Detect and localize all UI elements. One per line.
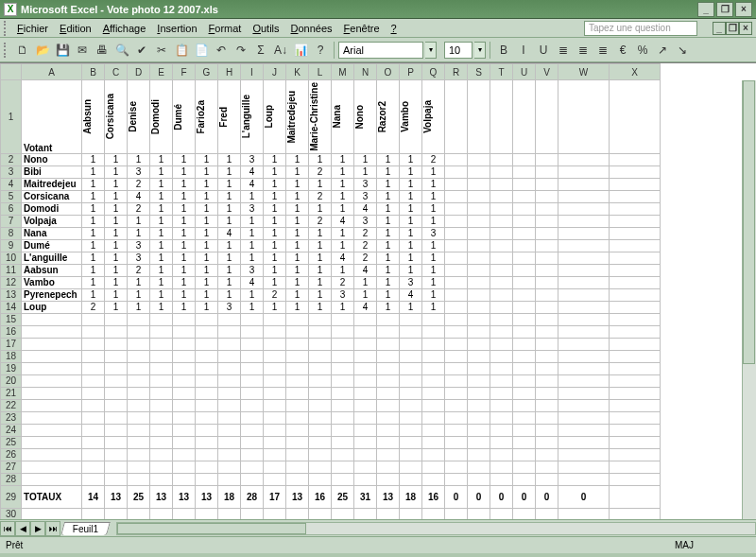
toolbar-style-icon[interactable]: %: [633, 41, 652, 60]
row-header-2[interactable]: 2: [1, 153, 22, 165]
col-header-E[interactable]: E: [150, 64, 173, 80]
maximize-button[interactable]: ❐: [716, 2, 733, 17]
row-header-8[interactable]: 8: [1, 227, 22, 239]
toolbar-style-icon[interactable]: I: [514, 41, 533, 60]
horizontal-scrollbar[interactable]: [116, 522, 756, 535]
font-name-dropdown[interactable]: ▾: [425, 42, 437, 59]
col-header-N[interactable]: N: [354, 64, 377, 80]
row-header-26[interactable]: 26: [1, 448, 22, 461]
row-header-18[interactable]: 18: [1, 350, 22, 362]
font-size-dropdown[interactable]: ▾: [474, 42, 486, 59]
vertical-scrollbar[interactable]: [742, 80, 756, 519]
tab-nav-last[interactable]: ⏭: [45, 521, 60, 536]
toolbar-icon[interactable]: ↷: [232, 41, 250, 60]
toolbar-icon[interactable]: ✂: [152, 41, 171, 60]
col-header-D[interactable]: D: [128, 64, 150, 80]
col-header-S[interactable]: S: [468, 64, 490, 80]
worksheet-area[interactable]: ABCDEFGHIJKLMNOPQRSTUVWX1VotantAabsunCor…: [0, 62, 756, 519]
doc-maximize-button[interactable]: ❐: [726, 22, 739, 35]
toolbar-icon[interactable]: 📋: [172, 41, 191, 60]
row-header-23[interactable]: 23: [1, 411, 22, 424]
row-header-25[interactable]: 25: [1, 436, 22, 448]
toolbar-style-icon[interactable]: ↘: [673, 41, 692, 60]
help-search-input[interactable]: Tapez une question: [584, 21, 697, 36]
row-header-17[interactable]: 17: [1, 338, 22, 350]
col-header-I[interactable]: I: [241, 64, 264, 80]
row-header-21[interactable]: 21: [1, 387, 22, 399]
minimize-button[interactable]: _: [697, 2, 714, 17]
col-header-L[interactable]: L: [309, 64, 332, 80]
toolbar-icon[interactable]: 🖶: [93, 41, 112, 60]
doc-minimize-button[interactable]: _: [713, 22, 726, 35]
col-header-V[interactable]: V: [536, 64, 558, 80]
row-header-19[interactable]: 19: [1, 362, 22, 374]
toolbar-icon[interactable]: 📂: [33, 41, 52, 60]
toolbar-style-icon[interactable]: B: [494, 41, 513, 60]
col-header-H[interactable]: H: [218, 64, 241, 80]
toolbar-style-icon[interactable]: U: [534, 41, 553, 60]
col-header-F[interactable]: F: [173, 64, 196, 80]
row-header-30[interactable]: 30: [1, 508, 22, 519]
row-header-15[interactable]: 15: [1, 313, 22, 325]
font-name-input[interactable]: Arial: [338, 42, 423, 59]
toolbar-icon[interactable]: ✉: [73, 41, 92, 60]
row-header-29[interactable]: 29: [1, 485, 22, 508]
toolbar-handle[interactable]: [4, 43, 8, 58]
col-header-R[interactable]: R: [445, 64, 468, 80]
row-header-11[interactable]: 11: [1, 264, 22, 276]
select-all-corner[interactable]: [1, 64, 22, 80]
menu-format[interactable]: Format: [203, 21, 248, 36]
row-header-28[interactable]: 28: [1, 473, 22, 485]
tab-nav-first[interactable]: ⏮: [0, 521, 15, 536]
row-header-27[interactable]: 27: [1, 461, 22, 473]
row-header-16[interactable]: 16: [1, 325, 22, 338]
col-header-P[interactable]: P: [400, 64, 422, 80]
menu-edition[interactable]: Edition: [54, 21, 97, 36]
toolbar-icon[interactable]: 💾: [53, 41, 72, 60]
row-header-6[interactable]: 6: [1, 202, 22, 215]
tab-nav-prev[interactable]: ◀: [15, 521, 30, 536]
row-header-10[interactable]: 10: [1, 252, 22, 264]
col-header-K[interactable]: K: [286, 64, 309, 80]
row-header-22[interactable]: 22: [1, 399, 22, 411]
toolbar-style-icon[interactable]: ↗: [653, 41, 672, 60]
col-header-A[interactable]: A: [22, 64, 82, 80]
row-header-20[interactable]: 20: [1, 374, 22, 387]
toolbar-style-icon[interactable]: ≣: [554, 41, 573, 60]
menu-insertion[interactable]: Insertion: [151, 21, 202, 36]
col-header-X[interactable]: X: [610, 64, 661, 80]
col-header-J[interactable]: J: [264, 64, 286, 80]
menu-outils[interactable]: Outils: [247, 21, 284, 36]
toolbar-icon[interactable]: Σ: [251, 41, 270, 60]
tab-nav-next[interactable]: ▶: [30, 521, 45, 536]
toolbar-style-icon[interactable]: ≣: [574, 41, 593, 60]
toolbar-icon[interactable]: 📊: [291, 41, 310, 60]
toolbar-style-icon[interactable]: €: [613, 41, 632, 60]
toolbar-icon[interactable]: 📄: [192, 41, 211, 60]
menu-données[interactable]: Données: [285, 21, 338, 36]
sheet-tab[interactable]: Feuil1: [60, 522, 111, 535]
col-header-U[interactable]: U: [513, 64, 536, 80]
toolbar-handle[interactable]: [4, 21, 8, 36]
row-header-4[interactable]: 4: [1, 178, 22, 190]
col-header-W[interactable]: W: [558, 64, 610, 80]
col-header-G[interactable]: G: [196, 64, 218, 80]
toolbar-icon[interactable]: ✔: [132, 41, 151, 60]
row-header-14[interactable]: 14: [1, 301, 22, 313]
row-header-24[interactable]: 24: [1, 424, 22, 436]
col-header-Q[interactable]: Q: [422, 64, 445, 80]
row-header-5[interactable]: 5: [1, 190, 22, 202]
col-header-B[interactable]: B: [82, 64, 105, 80]
menu-fenêtre[interactable]: Fenêtre: [338, 21, 386, 36]
toolbar-icon[interactable]: ?: [311, 41, 330, 60]
toolbar-icon[interactable]: 🔍: [112, 41, 131, 60]
menu-fichier[interactable]: Fichier: [11, 21, 54, 36]
menu-?[interactable]: ?: [386, 21, 403, 36]
row-header-12[interactable]: 12: [1, 276, 22, 288]
toolbar-icon[interactable]: ↶: [212, 41, 231, 60]
col-header-M[interactable]: M: [332, 64, 354, 80]
col-header-T[interactable]: T: [490, 64, 513, 80]
toolbar-icon[interactable]: A↓: [271, 41, 290, 60]
font-size-input[interactable]: 10: [444, 42, 472, 59]
row-header-13[interactable]: 13: [1, 288, 22, 301]
